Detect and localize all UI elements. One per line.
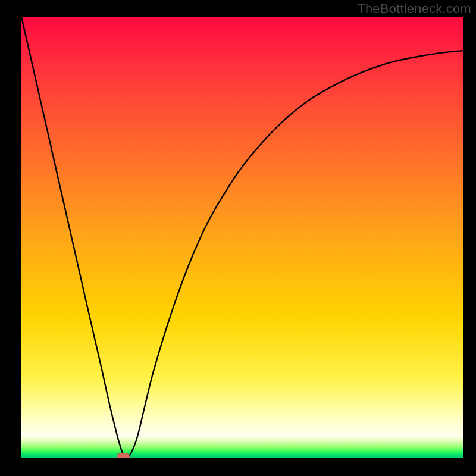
optimal-point-marker [117, 453, 130, 458]
bottleneck-curve [21, 17, 463, 458]
plot-area [21, 17, 463, 458]
chart-frame: TheBottleneck.com [0, 0, 476, 476]
watermark-text: TheBottleneck.com [357, 1, 471, 17]
